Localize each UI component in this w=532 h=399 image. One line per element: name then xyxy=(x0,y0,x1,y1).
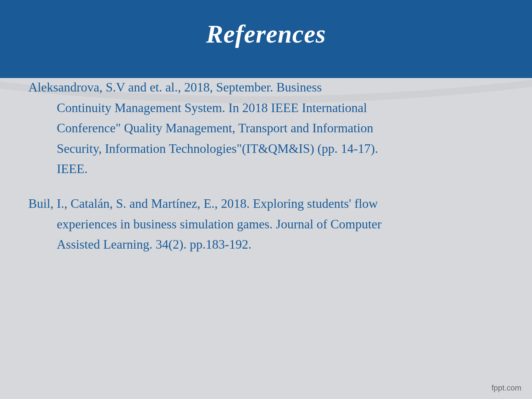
ref1-line-4: Security, Information Technologies"(IT&Q… xyxy=(57,139,504,159)
ref1-line-3: Conference" Quality Management, Transpor… xyxy=(57,118,504,139)
ref1-first-line: Aleksandrova, S.V and et. al., 2018, Sep… xyxy=(28,77,504,98)
page-content: References Aleksandrova, S.V and et. al.… xyxy=(0,0,532,399)
references-body: Aleksandrova, S.V and et. al., 2018, Sep… xyxy=(0,56,532,283)
ref2-line-2: experiences in business simulation games… xyxy=(57,214,504,235)
title-area: References xyxy=(0,0,532,56)
ref1-line-2: Continuity Management System. In 2018 IE… xyxy=(57,98,504,118)
page-title: References xyxy=(206,20,326,48)
ref1-line-5: IEEE. xyxy=(57,159,504,179)
reference-entry-2: Buil, I., Catalán, S. and Martínez, E., … xyxy=(28,194,504,255)
ref1-continuation: Continuity Management System. In 2018 IE… xyxy=(28,98,504,179)
ref2-continuation: experiences in business simulation games… xyxy=(28,214,504,255)
reference-entry-1: Aleksandrova, S.V and et. al., 2018, Sep… xyxy=(28,77,504,179)
watermark: fppt.com xyxy=(492,383,521,393)
ref2-first-line: Buil, I., Catalán, S. and Martínez, E., … xyxy=(28,194,504,214)
ref2-line-3: Assisted Learning. 34(2). pp.183-192. xyxy=(57,234,504,255)
